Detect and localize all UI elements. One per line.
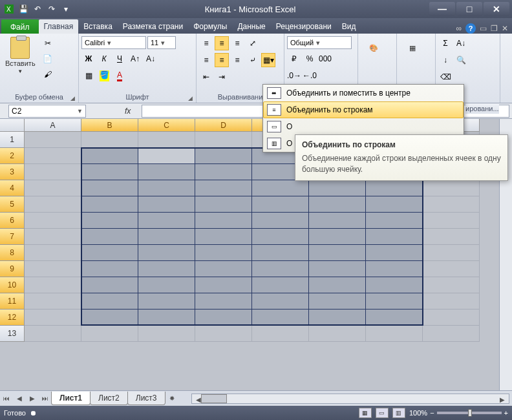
cell[interactable] xyxy=(309,293,366,310)
cell[interactable] xyxy=(252,310,309,326)
row-header[interactable]: 13 xyxy=(0,326,25,342)
cell[interactable] xyxy=(195,310,252,326)
ribbon-min-icon[interactable]: ▭ xyxy=(480,24,487,33)
cell[interactable] xyxy=(81,326,138,342)
row-header[interactable]: 6 xyxy=(0,213,25,229)
paste-button[interactable]: Вставить ▼ xyxy=(3,36,38,76)
cell[interactable] xyxy=(195,148,252,164)
col-header[interactable]: B xyxy=(81,119,138,132)
cell[interactable] xyxy=(195,229,252,245)
horizontal-scrollbar[interactable]: ◀ ▶ xyxy=(191,394,509,404)
font-color-icon[interactable]: A xyxy=(112,68,127,83)
name-box[interactable]: C2 ▼ xyxy=(8,105,86,118)
cell[interactable] xyxy=(195,164,252,180)
cell[interactable] xyxy=(423,213,480,229)
cell[interactable] xyxy=(366,245,423,261)
align-right-icon[interactable]: ≡ xyxy=(230,53,244,67)
bold-button[interactable]: Ж xyxy=(81,52,96,66)
row-header[interactable]: 4 xyxy=(0,180,25,196)
zoom-out-icon[interactable]: − xyxy=(430,409,434,417)
cell[interactable] xyxy=(423,261,480,277)
cell[interactable] xyxy=(138,261,195,277)
cell[interactable] xyxy=(25,132,81,148)
cell[interactable] xyxy=(25,213,81,229)
cell[interactable] xyxy=(423,277,480,293)
file-tab[interactable]: Файл xyxy=(1,19,39,34)
qat-dropdown-icon[interactable]: ▾ xyxy=(59,3,72,16)
cell[interactable] xyxy=(195,277,252,293)
number-format-combo[interactable]: Общий▾ xyxy=(287,36,352,49)
row-header[interactable]: 7 xyxy=(0,229,25,245)
chevron-down-icon[interactable]: ▼ xyxy=(77,108,83,114)
tab-view[interactable]: Вид xyxy=(337,19,361,34)
col-header[interactable]: A xyxy=(25,119,81,132)
currency-icon[interactable]: ₽ xyxy=(287,52,301,66)
cell[interactable] xyxy=(81,261,138,277)
row-header[interactable]: 2 xyxy=(0,148,25,164)
copy-icon[interactable]: 📄 xyxy=(41,52,55,66)
new-sheet-icon[interactable]: ✸ xyxy=(166,393,178,404)
cell[interactable] xyxy=(309,277,366,293)
cell[interactable] xyxy=(138,180,195,196)
cell[interactable] xyxy=(138,310,195,326)
cut-icon[interactable]: ✂ xyxy=(41,36,55,50)
increase-font-icon[interactable]: A↑ xyxy=(128,52,142,66)
menu-merge-cells[interactable]: ▭ О xyxy=(263,118,464,135)
align-bottom-icon[interactable]: ≡ xyxy=(230,36,244,50)
zoom-slider[interactable] xyxy=(437,412,502,414)
merge-button[interactable]: ▦▾ xyxy=(261,53,275,67)
increase-decimal-icon[interactable]: .0→ xyxy=(287,68,301,83)
cell[interactable] xyxy=(195,213,252,229)
cell[interactable] xyxy=(81,164,138,180)
cell[interactable] xyxy=(366,277,423,293)
cell[interactable] xyxy=(138,245,195,261)
cell[interactable] xyxy=(366,261,423,277)
cell[interactable] xyxy=(195,196,252,213)
dialog-launcher-icon[interactable]: ◢ xyxy=(187,95,193,101)
zoom-in-icon[interactable]: + xyxy=(504,409,508,417)
cell[interactable] xyxy=(81,245,138,261)
cell[interactable] xyxy=(366,196,423,213)
cell[interactable] xyxy=(309,326,366,342)
cell[interactable] xyxy=(423,229,480,245)
cell[interactable] xyxy=(195,293,252,310)
cell[interactable] xyxy=(138,293,195,310)
cell[interactable] xyxy=(81,132,138,148)
comma-icon[interactable]: 000 xyxy=(318,52,332,66)
cell[interactable] xyxy=(25,196,81,213)
cell[interactable] xyxy=(25,277,81,293)
cell[interactable] xyxy=(25,229,81,245)
inner-close-icon[interactable]: ✕ xyxy=(502,24,508,33)
last-sheet-icon[interactable]: ⏭ xyxy=(39,393,51,404)
cell[interactable] xyxy=(81,277,138,293)
cell[interactable] xyxy=(138,196,195,213)
cell[interactable] xyxy=(423,310,480,326)
decrease-decimal-icon[interactable]: ←.0 xyxy=(303,68,317,83)
cell[interactable] xyxy=(252,245,309,261)
cell[interactable] xyxy=(309,229,366,245)
cell[interactable] xyxy=(309,196,366,213)
help-icon[interactable]: ? xyxy=(465,23,476,34)
autosum-icon[interactable]: Σ xyxy=(438,36,453,50)
row-header[interactable]: 8 xyxy=(0,245,25,261)
cell[interactable] xyxy=(423,245,480,261)
cell[interactable] xyxy=(25,148,81,164)
cell[interactable] xyxy=(81,293,138,310)
increase-indent-icon[interactable]: ⇥ xyxy=(215,70,229,84)
cell[interactable] xyxy=(138,132,195,148)
cell[interactable] xyxy=(252,196,309,213)
cell[interactable] xyxy=(25,326,81,342)
cell[interactable] xyxy=(366,310,423,326)
first-sheet-icon[interactable]: ⏮ xyxy=(1,393,12,404)
cell[interactable] xyxy=(138,326,195,342)
cell[interactable] xyxy=(252,261,309,277)
fill-icon[interactable]: ↓ xyxy=(438,53,453,67)
sort-icon[interactable]: A↓ xyxy=(454,36,468,50)
next-sheet-icon[interactable]: ▶ xyxy=(27,393,38,404)
addin-icon[interactable]: ∞ xyxy=(456,24,462,33)
cell[interactable] xyxy=(252,229,309,245)
cell[interactable] xyxy=(138,148,195,164)
cell[interactable] xyxy=(423,326,480,342)
cell[interactable] xyxy=(81,213,138,229)
cell[interactable] xyxy=(309,245,366,261)
